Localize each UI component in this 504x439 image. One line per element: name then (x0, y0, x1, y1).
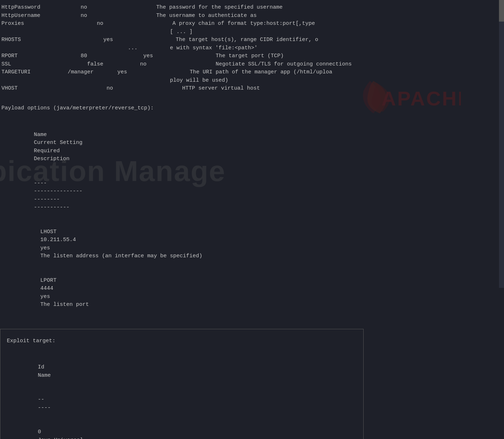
option-row-targeturi-cont: ploy will be used) (0, 77, 504, 85)
opt-name: HttpPassword (1, 4, 48, 12)
opt-placeholder: ... (128, 45, 138, 51)
opt-required: yes (103, 36, 147, 44)
target-name: Java Universal (38, 437, 83, 439)
option-row-ssl: SSL false no Negotiate SSL/TLS for outgo… (0, 60, 504, 69)
payload-lport-current: 4444 (40, 285, 112, 293)
col-header-desc: Description (34, 156, 69, 162)
opt-name: HttpUsername (1, 12, 48, 20)
col-name-header: Name (38, 372, 51, 379)
opt-required: no (140, 60, 183, 69)
col-header-name: Name (34, 131, 70, 139)
opt-required: yes (143, 52, 186, 60)
payload-lport-name: LPORT (40, 277, 76, 285)
payload-row-lport: LPORT 4444 yes The listen port (13, 268, 504, 317)
option-row-httppassword: HttpPassword no The password for the spe… (0, 4, 504, 12)
opt-name: TARGETURI (1, 68, 48, 77)
payload-lhost-desc: The listen address (an interface may be … (40, 253, 202, 259)
option-row-proxies: Proxies no A proxy chain of format type:… (0, 20, 504, 28)
option-row-rhosts-cont: ... e with syntax 'file:<path>' (0, 44, 504, 53)
option-row-vhost: VHOST no HTTP server virtual host (0, 85, 504, 93)
terminal-window: APACHE bication Manage HttpPassword no T… (0, 0, 504, 439)
opt-desc: A proxy chain of format type:host:port[,… (172, 20, 315, 28)
exploit-target-col-header: Id Name (5, 356, 358, 388)
payload-rows-container: LHOST 10.211.55.4 yes The listen address… (0, 220, 504, 317)
opt-desc: Negotiate SSL/TLS for outgoing connectio… (216, 60, 352, 69)
payload-lhost-name: LHOST (40, 228, 76, 236)
opt-name: RHOSTS (1, 36, 48, 44)
exploit-target-box: Exploit target: Id Name -- ---- 0 Java U… (0, 329, 364, 439)
underline-name: ---- (34, 180, 70, 188)
blank-line-2 (0, 115, 504, 123)
payload-lhost-required: yes (40, 244, 84, 253)
opt-desc-cont: [ ... ] (170, 29, 193, 35)
opt-name: RPORT (1, 52, 48, 60)
opt-current: /manager (68, 68, 111, 77)
opt-required: no (81, 12, 124, 20)
col-header-current: Current Setting (34, 139, 106, 147)
payload-table-header: Name Current Setting Required Descriptio… (13, 123, 504, 171)
option-row-rhosts: RHOSTS yes The target host(s), range CID… (0, 36, 504, 44)
payload-lport-required: yes (40, 293, 84, 301)
opt-name: VHOST (1, 85, 48, 93)
opt-required: no (97, 20, 140, 28)
scroll-thumb[interactable] (499, 0, 504, 22)
opt-current: 80 (81, 52, 124, 60)
payload-row-lhost: LHOST 10.211.55.4 yes The listen address… (13, 220, 504, 268)
scrollbar[interactable] (499, 0, 504, 288)
opt-desc: HTTP server virtual host (182, 85, 260, 93)
opt-desc: The password for the specified username (156, 4, 283, 12)
opt-current: false (87, 60, 130, 69)
option-row-targeturi: TARGETURI /manager yes The URI path of t… (0, 68, 504, 77)
underline-required: -------- (34, 196, 77, 204)
col-id-header: Id (38, 363, 56, 372)
option-row-httpusername: HttpUsername no The username to authenti… (0, 12, 504, 20)
exploit-target-underline: -- ---- (5, 388, 358, 420)
opt-desc: The username to authenticate as (156, 12, 257, 20)
payload-table-underline: ---- --------------- -------- ----------… (13, 171, 504, 220)
blank-line-4 (5, 347, 358, 356)
underline-current: --------------- (34, 187, 106, 196)
exploit-target-row-0: 0 Java Universal (5, 420, 358, 439)
blank-line-3 (0, 317, 504, 325)
blank-line (0, 93, 504, 101)
payload-options-header: Payload options (java/meterpreter/revers… (0, 104, 504, 113)
opt-desc: The URI path of the manager app (/html/u… (190, 68, 332, 77)
option-row-rport: RPORT 80 yes The target port (TCP) (0, 52, 504, 60)
opt-required: no (107, 85, 150, 93)
terminal-content: HttpPassword no The password for the spe… (0, 0, 504, 439)
underline-desc: ----------- (34, 204, 69, 211)
opt-name: Proxies (1, 20, 48, 28)
col-header-required: Required (34, 147, 77, 155)
opt-desc-cont: e with syntax 'file:<path>' (170, 45, 257, 51)
col-id-underline: -- (38, 396, 56, 404)
exploit-target-header: Exploit target: (5, 337, 358, 345)
opt-required: no (81, 4, 124, 12)
payload-lhost-current: 10.211.55.4 (40, 236, 112, 244)
option-row-proxies-cont: [ ... ] (0, 28, 504, 36)
opt-name: SSL (1, 60, 48, 69)
opt-required: yes (117, 68, 161, 77)
col-name-underline: ---- (38, 405, 51, 411)
payload-lport-desc: The listen port (40, 302, 89, 308)
opt-desc-cont: ploy will be used) (170, 77, 228, 83)
opt-desc: The target port (TCP) (216, 52, 284, 60)
target-id: 0 (38, 428, 56, 436)
opt-desc: The target host(s), range CIDR identifie… (176, 36, 318, 44)
